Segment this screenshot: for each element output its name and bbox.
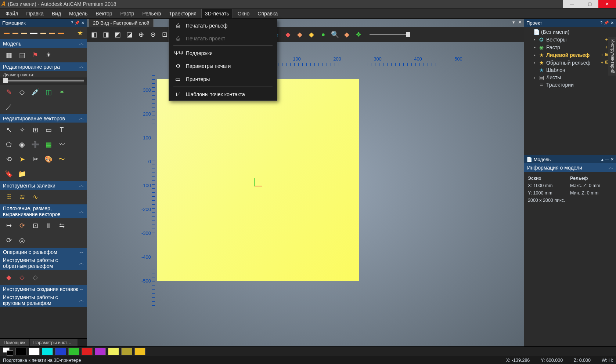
- tool-wave[interactable]: 〜: [57, 154, 67, 164]
- pin-icon[interactable]: ▴: [601, 157, 604, 162]
- canvas-area[interactable]: 0100200300400500 3002001000-100-200-300-…: [87, 42, 524, 346]
- tool-node[interactable]: ✧: [17, 125, 27, 135]
- section-transform[interactable]: Положение, размер, выравнивание векторов…: [0, 204, 87, 218]
- tree-шаблон[interactable]: ★Шаблон👁: [526, 66, 615, 74]
- tree-(без-имени)[interactable]: 📄(Без имени): [526, 28, 615, 36]
- menu-справка[interactable]: Справка: [254, 9, 281, 18]
- zoom-in-icon[interactable]: ⊕: [137, 30, 145, 39]
- tool-fill-wave[interactable]: ≋: [17, 192, 27, 202]
- help-icon[interactable]: ?: [600, 21, 602, 25]
- tool-br3[interactable]: ◇: [30, 272, 40, 283]
- tool-eraser[interactable]: ◇: [17, 87, 27, 97]
- viewport-tab[interactable]: 2D Вид - Растровый слой: [89, 19, 154, 27]
- tree-обратный-рельеф[interactable]: ▸★Обратный рельеф＋⊞👁: [526, 59, 615, 66]
- section-model[interactable]: Модель︿: [0, 39, 87, 48]
- tool-select[interactable]: ↖: [4, 125, 14, 135]
- model-info-header[interactable]: Информация о модели︿: [524, 163, 616, 172]
- swatch-ffffff[interactable]: [29, 348, 40, 355]
- diamond-multi-icon[interactable]: ❖: [354, 30, 363, 39]
- tool-rotate[interactable]: ⟳: [17, 221, 27, 231]
- close-button[interactable]: ✕: [598, 0, 616, 8]
- tool-scissors[interactable]: ✂: [30, 154, 40, 164]
- tree-растр[interactable]: ▸◉Растр＋👁: [526, 43, 615, 51]
- min-icon[interactable]: —: [605, 157, 609, 162]
- swatch-f0c020[interactable]: [134, 348, 145, 355]
- tool-target[interactable]: ◎: [17, 235, 27, 245]
- menu-растр[interactable]: Растр: [117, 9, 138, 18]
- maximize-button[interactable]: ▢: [581, 0, 598, 8]
- menu-3d-печать[interactable]: 3D-печать: [201, 9, 233, 18]
- tool-pencil[interactable]: ✎: [4, 87, 14, 97]
- minimize-button[interactable]: —: [563, 0, 581, 8]
- view-cube2-icon[interactable]: ◩: [113, 30, 122, 39]
- tab-assistant[interactable]: Помощник: [0, 339, 29, 346]
- tree-векторы[interactable]: ▸✪Векторы＋👁: [526, 36, 615, 43]
- tool-refresh[interactable]: ⟳: [4, 235, 14, 245]
- close-icon[interactable]: ✕: [610, 157, 614, 162]
- section-fill-tools[interactable]: Инструменты заливки︿: [0, 181, 87, 190]
- tool-sheet-props[interactable]: ▤: [17, 50, 27, 60]
- tool-gradient[interactable]: ✶: [57, 87, 67, 97]
- tree-листы[interactable]: ▸▤Листы: [526, 74, 615, 81]
- close-icon[interactable]: ✕: [610, 21, 614, 25]
- section-raster-edit[interactable]: Редактирование растра︿: [0, 62, 87, 71]
- brush-diameter-slider[interactable]: [3, 79, 84, 83]
- tool-camera[interactable]: ◉: [17, 139, 27, 150]
- swatch-30c030[interactable]: [68, 348, 79, 355]
- tool-grid[interactable]: ⊞: [30, 125, 40, 135]
- swatch-00e5e5[interactable]: [42, 348, 53, 355]
- menu-окно[interactable]: Окно: [234, 9, 253, 18]
- tool-text[interactable]: T: [57, 125, 67, 135]
- swatch-f0f060[interactable]: [108, 348, 119, 355]
- menu-item-печатать-рельеф[interactable]: ⎙Печатать рельеф: [169, 19, 277, 32]
- menu-item-параметры-печати[interactable]: ⚙Параметры печати: [169, 59, 277, 73]
- layer-yellow-icon[interactable]: ◆: [307, 30, 316, 39]
- zoom-fit-icon[interactable]: ⊡: [160, 30, 169, 39]
- tool-br2[interactable]: ◇: [17, 272, 27, 283]
- menu-правка[interactable]: Правка: [23, 9, 47, 18]
- tool-arrow[interactable]: ➤: [17, 154, 27, 164]
- menu-вид[interactable]: Вид: [48, 9, 64, 18]
- viewport-close-icon[interactable]: ✕: [518, 19, 522, 25]
- help-icon[interactable]: ?: [71, 21, 73, 25]
- section-ring-relief[interactable]: Инструменты работы с круговым рельефом︿: [0, 293, 87, 307]
- tool-bookmark[interactable]: 🔖: [4, 169, 14, 179]
- swatch-b0a030[interactable]: [121, 348, 132, 355]
- layer-orange-icon[interactable]: ◆: [295, 30, 304, 39]
- diamond-orange-icon[interactable]: ◆: [342, 30, 351, 39]
- section-insert-tools[interactable]: Инструменты создания вставок︿: [0, 285, 87, 293]
- tool-picker[interactable]: 💉: [30, 87, 40, 97]
- swatch-e02020[interactable]: [82, 348, 93, 355]
- tree-лицевой-рельеф[interactable]: ▸★Лицевой рельеф＋⊞👁: [526, 51, 615, 59]
- tool-folder[interactable]: 📁: [17, 169, 27, 179]
- close-icon[interactable]: ✕: [81, 21, 84, 25]
- tool-poly[interactable]: ⬠: [4, 139, 14, 150]
- zoom-out-icon[interactable]: ⊖: [148, 30, 157, 39]
- tool-light[interactable]: ☀: [43, 50, 54, 60]
- fg-bg-swatch[interactable]: [3, 347, 13, 356]
- tool-fill-dots[interactable]: ⠿: [4, 192, 14, 202]
- viewport[interactable]: 2D Вид - Растровый слой ▾ ✕ ◧ ◨ ◩ ◪ ⊕ ⊖ …: [87, 19, 524, 346]
- viewport-dropdown-icon[interactable]: ▾: [512, 19, 515, 25]
- tool-flag[interactable]: ⚑: [30, 50, 40, 60]
- tool-paint[interactable]: 🎨: [43, 154, 54, 164]
- tool-bounds[interactable]: ⊡: [30, 221, 40, 231]
- tool-new-sheet[interactable]: ▦: [4, 50, 14, 60]
- zoom-search-icon[interactable]: 🔍: [331, 30, 339, 39]
- swatch-000000[interactable]: [15, 348, 26, 355]
- tool-sheet2[interactable]: ▦: [43, 139, 54, 150]
- tool-rect[interactable]: ▭: [43, 125, 54, 135]
- view-cube1-icon[interactable]: ◨: [101, 30, 110, 39]
- tool-align[interactable]: ⫴: [43, 221, 54, 231]
- tree-траектории[interactable]: ≡Траектории: [526, 81, 615, 88]
- menu-вектор[interactable]: Вектор: [92, 9, 115, 18]
- tab-tool-params[interactable]: Параметры инструме…: [30, 339, 78, 346]
- star-icon[interactable]: ★: [77, 29, 83, 37]
- model-canvas[interactable]: [157, 79, 359, 281]
- tool-br1[interactable]: ◆: [4, 272, 14, 283]
- pin-icon[interactable]: 📌: [75, 21, 80, 25]
- menu-item-шаблоны-точек-контакта[interactable]: ⩗Шаблоны точек контакта: [169, 88, 277, 101]
- view-iso-icon[interactable]: ◧: [90, 30, 98, 39]
- menu-модель[interactable]: Модель: [66, 9, 91, 18]
- tool-curve[interactable]: 〰: [57, 139, 67, 150]
